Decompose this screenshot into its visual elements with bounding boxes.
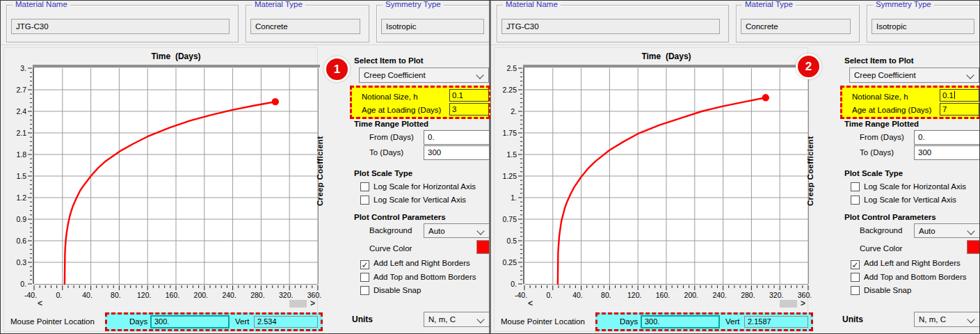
add-tb-borders-label: Add Top and Bottom Borders — [373, 273, 476, 281]
svg-text:1.25: 1.25 — [503, 172, 517, 180]
highlighted-inputs: Notional Size, h 0.1 Age at Loading (Day… — [350, 86, 490, 119]
creep-coefficient-chart[interactable]: -40.0.40.80.120.160.200.240.280.320.360.… — [491, 63, 818, 308]
units-combo[interactable]: N, m, C — [424, 312, 490, 327]
select-item-value: Creep Coefficient — [854, 71, 916, 79]
svg-text:320.: 320. — [279, 291, 293, 299]
scroll-right-icon[interactable]: > — [310, 299, 315, 308]
add-tb-borders-checkbox[interactable] — [851, 273, 860, 282]
to-days-input[interactable]: 300 — [424, 145, 490, 160]
svg-text:2.5: 2.5 — [506, 64, 517, 72]
age-at-loading-input[interactable]: 3 — [449, 103, 489, 116]
svg-text:120.: 120. — [137, 291, 151, 299]
svg-text:160.: 160. — [656, 291, 670, 299]
material-type-field: Concrete — [741, 19, 851, 34]
background-label: Background — [860, 226, 902, 234]
chevron-down-icon — [476, 315, 484, 323]
svg-text:80.: 80. — [601, 291, 611, 299]
symmetry-type-label: Symmetry Type — [873, 1, 934, 8]
age-at-loading-input[interactable]: 7 — [940, 103, 979, 116]
curve-color-swatch[interactable] — [967, 240, 980, 254]
add-lr-borders-checkbox[interactable]: ✓ — [360, 260, 369, 269]
symmetry-type-group: Symmetry Type Isotropic — [867, 5, 980, 42]
select-item-combo[interactable]: Creep Coefficient — [849, 67, 979, 83]
svg-text:0.9: 0.9 — [16, 215, 26, 223]
to-days-input[interactable]: 300 — [914, 145, 980, 160]
callout-badge-2: 2 — [796, 54, 821, 79]
symmetry-type-group: Symmetry Type Isotropic — [376, 5, 490, 42]
days-value-field[interactable]: 300. — [641, 315, 720, 328]
svg-text:240.: 240. — [222, 291, 236, 299]
material-type-label: Material Type — [742, 1, 796, 8]
add-tb-borders-row: Add Top and Bottom Borders — [360, 270, 476, 283]
from-days-label: From (Days) — [860, 133, 904, 141]
svg-text:0.5: 0.5 — [506, 237, 517, 245]
mouse-location-label: Mouse Pointer Location — [10, 317, 95, 326]
log-vertical-checkbox[interactable] — [360, 196, 369, 205]
svg-text:280.: 280. — [250, 291, 264, 299]
svg-text:120.: 120. — [627, 291, 641, 299]
svg-text:40.: 40. — [82, 291, 93, 299]
callout-badge-1: 1 — [324, 56, 350, 82]
log-vertical-label: Log Scale for Vertical Axis — [373, 196, 466, 204]
scroll-left-icon[interactable]: < — [38, 299, 42, 308]
add-tb-borders-label: Add Top and Bottom Borders — [864, 273, 966, 281]
plot-scale-header: Plot Scale Type — [354, 169, 412, 177]
symmetry-type-label: Symmetry Type — [383, 1, 444, 8]
units-value: N, m, C — [919, 315, 946, 324]
units-combo[interactable]: N, m, C — [914, 312, 980, 327]
svg-text:1.2: 1.2 — [16, 193, 26, 202]
svg-text:280.: 280. — [741, 291, 755, 299]
material-type-group: Material Type Concrete — [736, 5, 860, 42]
disable-snap-label: Disable Snap — [864, 286, 911, 294]
svg-text:320.: 320. — [769, 291, 783, 299]
notional-size-input[interactable]: 0.1 — [940, 89, 979, 102]
curve-color-swatch[interactable] — [476, 240, 490, 254]
svg-text:0.: 0. — [546, 291, 552, 299]
log-vertical-label: Log Scale for Vertical Axis — [864, 196, 956, 204]
chart-h-scrollbar[interactable]: < > — [34, 299, 318, 309]
background-combo[interactable]: Auto — [424, 223, 490, 238]
scroll-thumb[interactable] — [289, 300, 307, 308]
svg-text:80.: 80. — [111, 291, 121, 299]
scroll-right-icon[interactable]: > — [801, 299, 805, 308]
log-horizontal-row: Log Scale for Horizontal Axis — [360, 180, 476, 192]
svg-text:0.3: 0.3 — [16, 258, 26, 267]
disable-snap-checkbox[interactable] — [360, 286, 369, 295]
svg-text:1.: 1. — [511, 193, 517, 202]
age-at-loading-label: Age at Loading (Days) — [852, 106, 931, 114]
log-horizontal-checkbox[interactable] — [360, 182, 369, 191]
svg-text:2.4: 2.4 — [16, 107, 26, 116]
log-vertical-checkbox[interactable] — [851, 196, 860, 205]
svg-text:2.: 2. — [511, 107, 517, 116]
chart-h-scrollbar[interactable]: < > — [524, 299, 808, 309]
scroll-left-icon[interactable]: < — [528, 299, 533, 308]
svg-text:3.: 3. — [20, 64, 26, 72]
days-value-field[interactable]: 300. — [150, 315, 230, 328]
add-tb-borders-checkbox[interactable] — [360, 273, 369, 282]
notional-size-input[interactable]: 0.1 — [449, 89, 489, 102]
curve-color-label: Curve Color — [860, 244, 902, 253]
creep-coefficient-chart[interactable]: -40.0.40.80.120.160.200.240.280.320.360.… — [1, 63, 328, 308]
mouse-location-highlight: Days 300. Vert 2.534 — [105, 312, 323, 331]
svg-text:160.: 160. — [166, 291, 179, 299]
chevron-down-icon — [967, 227, 974, 234]
svg-text:200.: 200. — [194, 291, 208, 299]
from-days-input[interactable]: 0. — [424, 130, 490, 145]
to-days-label: To (Days) — [860, 148, 894, 157]
plot-scale-header: Plot Scale Type — [844, 169, 903, 177]
log-horizontal-checkbox[interactable] — [851, 182, 860, 191]
from-days-input[interactable]: 0. — [914, 130, 980, 145]
time-range-header: Time Range Plotted — [844, 120, 919, 128]
background-combo[interactable]: Auto — [914, 223, 980, 238]
age-at-loading-value: 7 — [942, 105, 947, 113]
log-horizontal-label: Log Scale for Horizontal Axis — [864, 182, 966, 191]
material-name-label: Material Name — [503, 1, 561, 8]
select-item-combo[interactable]: Creep Coefficient — [359, 67, 489, 83]
vert-value-field[interactable]: 2.534 — [254, 316, 318, 328]
scroll-thumb[interactable] — [780, 300, 797, 308]
add-lr-borders-checkbox[interactable]: ✓ — [851, 260, 860, 269]
svg-text:200.: 200. — [684, 291, 698, 299]
vert-value-field[interactable]: 2.1587 — [744, 316, 808, 328]
panel-divider — [489, 1, 491, 334]
disable-snap-checkbox[interactable] — [851, 286, 860, 295]
